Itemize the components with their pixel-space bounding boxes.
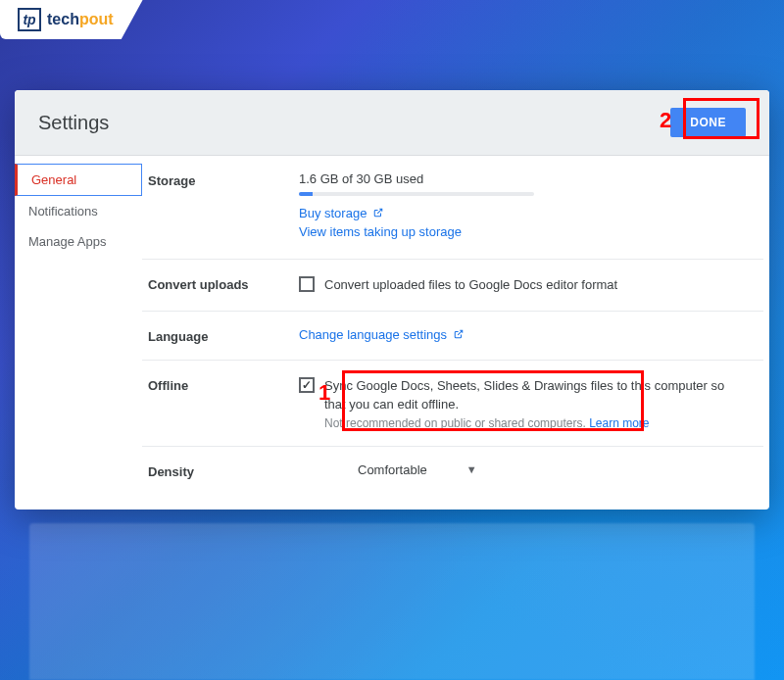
done-button[interactable]: DONE bbox=[670, 108, 746, 137]
label-storage: Storage bbox=[142, 171, 299, 243]
buy-storage-link[interactable]: Buy storage bbox=[299, 206, 744, 220]
view-items-link[interactable]: View items taking up storage bbox=[299, 224, 744, 239]
offline-checkbox[interactable] bbox=[299, 377, 315, 393]
row-convert: Convert uploads Convert uploaded files t… bbox=[142, 260, 763, 312]
row-density: Density Comfortable ▼ bbox=[142, 447, 763, 495]
dialog-title: Settings bbox=[38, 112, 109, 134]
label-density: Density bbox=[142, 462, 299, 479]
dialog-body: General Notifications Manage Apps Storag… bbox=[15, 156, 769, 510]
sidebar-item-manage-apps[interactable]: Manage Apps bbox=[15, 226, 142, 257]
external-link-icon bbox=[454, 327, 464, 342]
language-settings-link[interactable]: Change language settings bbox=[299, 327, 464, 342]
logo-text: techpout bbox=[47, 11, 114, 28]
external-link-icon bbox=[373, 206, 383, 220]
dialog-header: Settings DONE bbox=[15, 90, 769, 156]
label-language: Language bbox=[142, 327, 299, 344]
label-convert: Convert uploads bbox=[142, 275, 299, 295]
density-value: Comfortable bbox=[358, 462, 427, 477]
settings-dialog: Settings DONE General Notifications Mana… bbox=[15, 90, 769, 510]
offline-sub-text: Not recommended on public or shared comp… bbox=[324, 416, 744, 430]
settings-content[interactable]: Storage 1.6 GB of 30 GB used Buy storage… bbox=[142, 156, 769, 510]
storage-usage-text: 1.6 GB of 30 GB used bbox=[299, 171, 744, 186]
chevron-down-icon: ▼ bbox=[466, 463, 477, 475]
site-logo: tp techpout bbox=[0, 0, 143, 39]
row-language: Language Change language settings bbox=[142, 312, 763, 361]
offline-checkbox-label: Sync Google Docs, Sheets, Slides & Drawi… bbox=[324, 376, 744, 414]
logo-icon: tp bbox=[18, 8, 41, 31]
offline-learn-more-link[interactable]: Learn more bbox=[589, 416, 649, 430]
row-offline: Offline Sync Google Docs, Sheets, Slides… bbox=[142, 361, 763, 447]
sidebar-item-notifications[interactable]: Notifications bbox=[15, 196, 142, 226]
convert-checkbox[interactable] bbox=[299, 276, 315, 292]
sidebar-item-general[interactable]: General bbox=[15, 164, 142, 196]
row-storage: Storage 1.6 GB of 30 GB used Buy storage… bbox=[142, 156, 763, 260]
settings-sidebar: General Notifications Manage Apps bbox=[15, 156, 142, 510]
convert-checkbox-label: Convert uploaded files to Google Docs ed… bbox=[324, 275, 617, 295]
density-dropdown[interactable]: Comfortable ▼ bbox=[358, 462, 477, 477]
reflection: Density Comfortable ▼ bbox=[15, 523, 769, 680]
label-offline: Offline bbox=[142, 376, 299, 430]
storage-bar bbox=[299, 192, 534, 196]
